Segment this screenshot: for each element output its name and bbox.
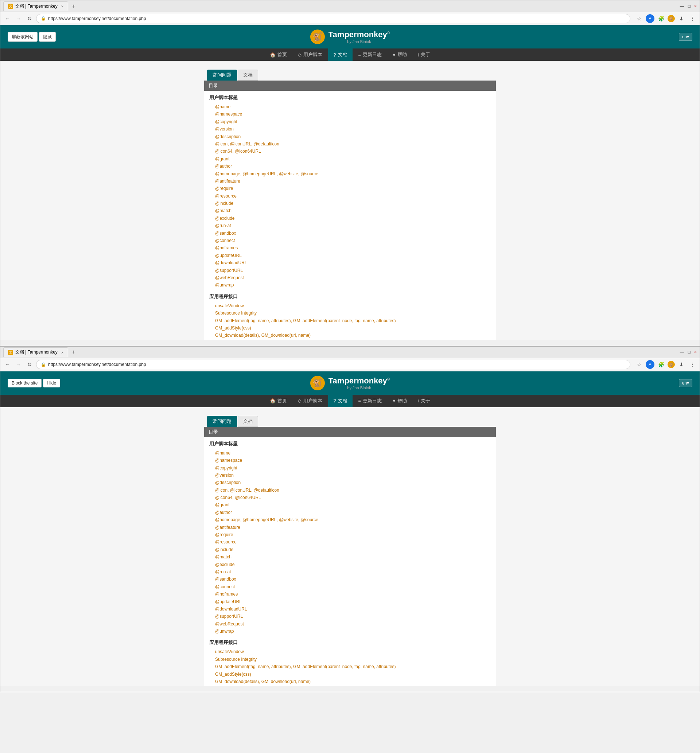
minimize-button-1[interactable]: — (680, 4, 684, 9)
toc-link[interactable]: @updateURL (215, 598, 491, 605)
nav-docs-2[interactable]: ? 文档 (328, 395, 352, 407)
tab-close-1[interactable]: × (61, 4, 63, 8)
back-button-2[interactable]: ← (3, 360, 12, 369)
nav-userscripts-1[interactable]: ◇ 用户脚本 (293, 48, 327, 61)
toc-link[interactable]: @version (215, 472, 491, 479)
toc-link[interactable]: @require (215, 185, 491, 192)
toc-link[interactable]: @match (215, 553, 491, 561)
toc-link[interactable]: @downloadURL (215, 259, 491, 267)
toc-link[interactable]: @namespace (215, 111, 491, 118)
toc-link[interactable]: @homepage, @homepageURL, @website, @sour… (215, 516, 491, 523)
nav-changelog-2[interactable]: ≡ 更新日志 (353, 395, 387, 407)
nav-about-2[interactable]: i 关于 (413, 395, 435, 407)
toc-link[interactable]: @run-at (215, 568, 491, 575)
tab-2[interactable]: 文 文档 | Tampermonkey × (3, 347, 68, 357)
toc-link[interactable]: @grant (215, 155, 491, 162)
toc-link[interactable]: @supportURL (215, 267, 491, 274)
toc-link[interactable]: @noframes (215, 591, 491, 598)
new-tab-button-1[interactable]: + (70, 3, 77, 9)
toc-link[interactable]: GM_addStyle(css) (215, 670, 491, 678)
toc-link[interactable]: @name (215, 103, 491, 111)
new-tab-button-2[interactable]: + (70, 349, 77, 355)
toc-link[interactable]: GM_download(details), GM_download(url, n… (215, 332, 491, 339)
toc-link[interactable]: @resource (215, 192, 491, 200)
block-site-button-1[interactable]: 屏蔽该网站 (8, 32, 38, 42)
toc-link[interactable]: @webRequest (215, 620, 491, 628)
toc-link[interactable]: GM_addStyle(css) (215, 324, 491, 332)
toc-link[interactable]: @run-at (215, 222, 491, 229)
toc-link[interactable]: @homepage, @homepageURL, @website, @sour… (215, 170, 491, 178)
nav-userscripts-2[interactable]: ◇ 用户脚本 (293, 395, 327, 407)
extensions-button-2[interactable]: 🧩 (656, 360, 666, 369)
toc-link[interactable]: GM_download(details), GM_download(url, n… (215, 678, 491, 685)
toc-link[interactable]: @icon64, @icon64URL (215, 148, 491, 155)
toc-link[interactable]: @exclude (215, 561, 491, 568)
toc-link[interactable]: GM_addElement(tag_name, attributes), GM_… (215, 663, 491, 670)
toc-link[interactable]: @downloadURL (215, 605, 491, 613)
toc-link[interactable]: @author (215, 162, 491, 170)
toc-link[interactable]: @antifeature (215, 178, 491, 185)
tab-1[interactable]: 文 文档 | Tampermonkey × (3, 2, 68, 11)
toc-link[interactable]: @unwrap (215, 628, 491, 635)
refresh-button-1[interactable]: ↻ (25, 14, 34, 23)
profile-button-2[interactable]: A (646, 360, 655, 369)
toc-link[interactable]: @require (215, 531, 491, 538)
tab-docs-1[interactable]: 文档 (238, 70, 258, 81)
toc-link[interactable]: @connect (215, 237, 491, 244)
minimize-button-2[interactable]: — (680, 349, 684, 355)
toc-link[interactable]: @sandbox (215, 230, 491, 237)
toc-link[interactable]: @exclude (215, 215, 491, 222)
downloads-icon-2[interactable]: ⬇ (677, 360, 686, 369)
toc-link[interactable]: @description (215, 133, 491, 140)
maximize-button-2[interactable]: □ (688, 349, 691, 355)
nav-help-1[interactable]: ♥ 帮助 (388, 48, 412, 61)
refresh-button-2[interactable]: ↻ (25, 360, 34, 369)
lang-button-1[interactable]: en▾ (679, 33, 692, 41)
more-options-icon-1[interactable]: ⋮ (688, 14, 697, 23)
nav-about-1[interactable]: i 关于 (413, 48, 435, 61)
tab-docs-2[interactable]: 文档 (238, 416, 258, 427)
toc-link[interactable]: @icon, @iconURL, @defaulticon (215, 486, 491, 494)
toc-link[interactable]: @webRequest (215, 274, 491, 281)
toc-link[interactable]: @namespace (215, 457, 491, 464)
toc-link[interactable]: @unwrap (215, 281, 491, 288)
toc-link[interactable]: @connect (215, 583, 491, 591)
nav-docs-1[interactable]: ? 文档 (328, 48, 352, 61)
close-button-1[interactable]: × (694, 4, 697, 9)
toc-link[interactable]: @updateURL (215, 252, 491, 259)
toc-link[interactable]: Subresource Integrity (215, 309, 491, 317)
toc-link[interactable]: @icon64, @icon64URL (215, 494, 491, 501)
toc-link[interactable]: @copyright (215, 118, 491, 125)
toc-link[interactable]: unsafeWindow (215, 302, 491, 309)
toc-link[interactable]: @include (215, 200, 491, 207)
toc-link[interactable]: @match (215, 207, 491, 214)
toc-link[interactable]: @supportURL (215, 613, 491, 620)
toc-link[interactable]: @resource (215, 538, 491, 546)
toc-link[interactable]: @icon, @iconURL, @defaulticon (215, 140, 491, 148)
tab-close-2[interactable]: × (61, 350, 63, 355)
hide-button-1[interactable]: 隐藏 (39, 32, 56, 42)
nav-help-2[interactable]: ♥ 帮助 (388, 395, 412, 407)
toc-link[interactable]: @sandbox (215, 575, 491, 583)
back-button-1[interactable]: ← (3, 14, 12, 23)
nav-changelog-1[interactable]: ≡ 更新日志 (353, 48, 387, 61)
close-button-2[interactable]: × (694, 349, 697, 355)
address-bar-2[interactable]: 🔒 https://www.tampermonkey.net/documenta… (36, 360, 630, 369)
nav-home-2[interactable]: 🏠 首页 (265, 395, 292, 407)
toc-link[interactable]: @name (215, 449, 491, 457)
toc-link[interactable]: unsafeWindow (215, 648, 491, 655)
toc-link[interactable]: Subresource Integrity (215, 656, 491, 663)
toc-link[interactable]: @description (215, 479, 491, 486)
extensions-button-1[interactable]: 🧩 (656, 14, 666, 23)
tampermonkey-icon-2[interactable]: 🐒 (667, 361, 675, 368)
lang-button-2[interactable]: en▾ (679, 379, 692, 387)
profile-button-1[interactable]: A (646, 14, 655, 23)
toc-link[interactable]: @antifeature (215, 524, 491, 531)
downloads-icon-1[interactable]: ⬇ (677, 14, 686, 23)
forward-button-1[interactable]: → (14, 14, 23, 23)
tab-faq-1[interactable]: 常问问题 (207, 70, 237, 81)
block-site-button-2[interactable]: Block the site (8, 379, 42, 387)
toc-link[interactable]: @grant (215, 501, 491, 508)
forward-button-2[interactable]: → (14, 360, 23, 369)
bookmark-icon-1[interactable]: ☆ (635, 14, 644, 23)
